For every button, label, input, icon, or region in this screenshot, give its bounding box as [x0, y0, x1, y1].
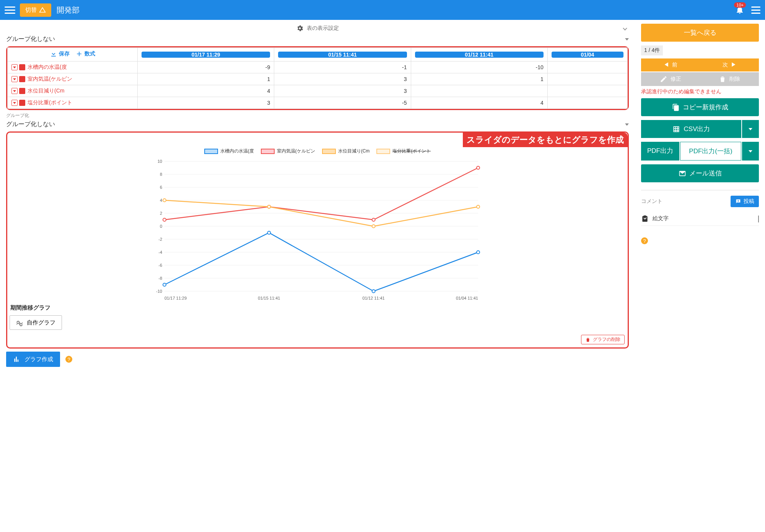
grid-icon [672, 125, 680, 133]
svg-text:-4: -4 [158, 250, 162, 255]
settings-label: 表の表示設定 [307, 25, 339, 32]
group-label: グループ化 [6, 112, 629, 119]
line-chart: -10-8-6-4-2024681001/17 11:2901/15 11:41… [7, 157, 628, 303]
data-table-container: 保存 数式 01/17 11:29 01/15 11:41 01/12 11:4… [6, 46, 629, 110]
copy-icon [672, 104, 680, 111]
bar-chart-icon [13, 355, 21, 363]
prev-button[interactable]: ◀ 前 [641, 58, 700, 71]
table-actions-header: 保存 数式 [8, 48, 138, 62]
create-graph-button[interactable]: グラフ作成 [6, 352, 60, 367]
menu-icon[interactable] [5, 5, 15, 15]
custom-graph-button[interactable]: 自作グラフ [10, 315, 62, 330]
group-select-1[interactable]: グループ化しない [6, 34, 629, 46]
pdf-bulk-button[interactable]: PDF出力(一括) [680, 142, 741, 161]
download-icon [50, 50, 57, 58]
wave-icon [16, 319, 24, 326]
chart-banner: スライダのデータをもとにグラフを作成 [463, 133, 628, 147]
next-button[interactable]: 次 ▶ [700, 58, 759, 71]
app-header: 切替 開発部 10+ [0, 0, 765, 20]
plus-icon [75, 50, 83, 58]
svg-text:0: 0 [160, 224, 162, 229]
table-display-settings[interactable]: 表の表示設定 [6, 23, 629, 34]
delete-graph-button[interactable]: グラフの削除 [581, 335, 625, 344]
sidebar: 一覧へ戻る 1 / 4件 ◀ 前 次 ▶ 修正 削除 承認進行中のため編集できま… [635, 20, 765, 373]
svg-point-34 [163, 199, 166, 202]
svg-point-35 [267, 205, 270, 208]
page-title: 開発部 [57, 5, 80, 15]
help-icon[interactable]: ? [65, 356, 72, 363]
legend-item[interactable]: 塩分比重(ポイント [376, 148, 431, 154]
table-row: 水位目減り(Cm 4 3 [8, 85, 628, 97]
svg-point-26 [163, 283, 166, 286]
legend-item[interactable]: 水槽内の水温(度 [204, 148, 254, 154]
svg-text:10: 10 [158, 159, 162, 164]
period-graph-title: 期間推移グラフ [7, 303, 628, 313]
pencil-icon [660, 75, 667, 83]
date-col-0[interactable]: 01/17 11:29 [142, 52, 270, 58]
svg-text:8: 8 [160, 172, 162, 177]
trash-icon [585, 337, 591, 342]
switch-button[interactable]: 切替 [20, 3, 51, 17]
svg-point-30 [163, 218, 166, 221]
lock-message: 承認進行中のため編集できません [641, 88, 759, 95]
gear-icon [296, 24, 304, 32]
record-count: 1 / 4件 [641, 45, 663, 55]
chevron-down-icon [623, 26, 627, 30]
svg-point-33 [477, 166, 480, 169]
csv-dropdown[interactable] [742, 120, 759, 138]
svg-text:01/04 11:41: 01/04 11:41 [456, 296, 478, 300]
svg-text:4: 4 [160, 198, 162, 203]
clipboard-icon [641, 215, 649, 222]
legend-item[interactable]: 水位目減り(Cm [322, 148, 370, 154]
svg-text:01/15 11:41: 01/15 11:41 [258, 296, 280, 300]
mail-icon [679, 170, 686, 177]
table-row: 水槽内の水温(度 -9 -1 -10 [8, 62, 628, 73]
svg-text:-8: -8 [158, 276, 162, 281]
svg-point-36 [372, 225, 375, 228]
comment-plus-icon [735, 198, 741, 204]
svg-point-28 [372, 290, 375, 293]
legend-item[interactable]: 室内気温(ケルビン [261, 148, 315, 154]
csv-export-button[interactable]: CSV出力 [641, 120, 741, 138]
copy-new-button[interactable]: コピー新規作成 [641, 98, 759, 116]
svg-point-32 [372, 218, 375, 221]
svg-point-37 [477, 205, 480, 208]
mail-send-button[interactable]: メール送信 [641, 164, 759, 182]
svg-point-27 [267, 231, 270, 234]
svg-point-29 [477, 251, 480, 254]
svg-text:2: 2 [160, 211, 162, 216]
svg-text:01/12 11:41: 01/12 11:41 [363, 296, 385, 300]
date-col-2[interactable]: 01/12 11:41 [415, 52, 544, 58]
edit-button[interactable]: 修正 [641, 72, 700, 86]
trash-icon [719, 75, 726, 83]
table-row: 塩分比重(ポイント 3 -5 4 [8, 97, 628, 109]
date-col-1[interactable]: 01/15 11:41 [278, 52, 407, 58]
triangle-up-icon [39, 6, 46, 13]
pdf-dropdown[interactable] [742, 142, 759, 161]
group-select-2[interactable]: グループ化しない [6, 119, 629, 131]
svg-text:6: 6 [160, 185, 162, 190]
notification-badge: 10+ [734, 2, 746, 8]
post-comment-button[interactable]: 投稿 [731, 196, 759, 207]
right-menu-icon[interactable] [751, 5, 760, 15]
comment-label: コメント [641, 198, 662, 205]
date-col-3[interactable]: 01/04 [552, 52, 623, 58]
svg-text:-2: -2 [158, 237, 162, 242]
svg-text:01/17 11:29: 01/17 11:29 [164, 296, 187, 300]
table-row: 室内気温(ケルビン 1 3 1 [8, 73, 628, 85]
pdf-export-button[interactable]: PDF出力 [641, 142, 679, 161]
svg-text:-6: -6 [158, 263, 162, 268]
chart-container: スライダのデータをもとにグラフを作成 水槽内の水温(度 室内気温(ケルビン 水位… [6, 131, 629, 349]
svg-text:-10: -10 [156, 289, 162, 294]
save-button[interactable]: 保存 [50, 50, 70, 58]
formula-button[interactable]: 数式 [75, 50, 95, 58]
help-icon[interactable]: ? [641, 237, 648, 244]
delete-button[interactable]: 削除 [700, 72, 759, 86]
back-to-list-button[interactable]: 一覧へ戻る [641, 24, 759, 42]
emoji-toggle[interactable]: 絵文字 [641, 212, 759, 226]
